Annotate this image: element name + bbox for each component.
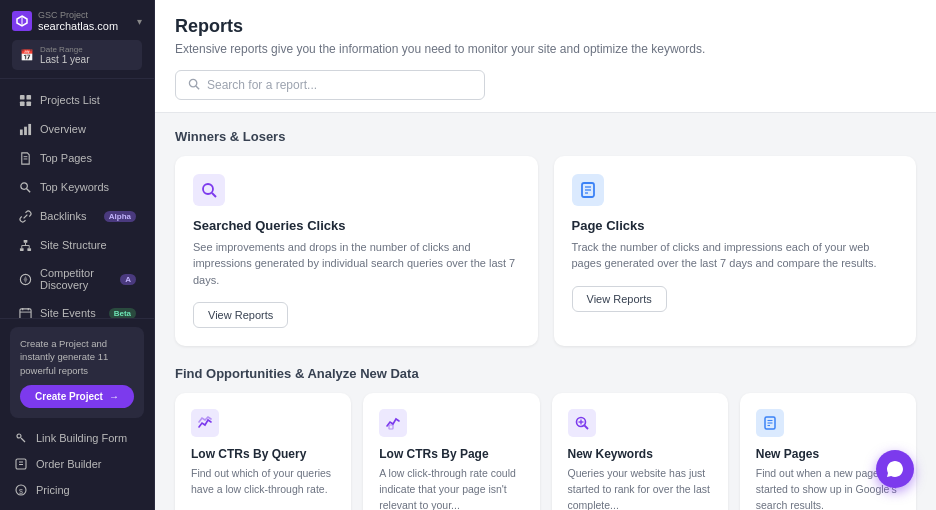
svg-rect-13 [23, 239, 27, 242]
sidebar-item-label: Backlinks [40, 210, 96, 222]
svg-text:$: $ [19, 488, 23, 495]
sidebar-item-overview[interactable]: Overview [6, 115, 148, 143]
svg-rect-14 [19, 248, 23, 251]
opportunities-cards: Low CTRs By Query Find out which of your… [175, 393, 916, 510]
grid-icon [18, 93, 32, 107]
card-page-clicks: Page Clicks Track the number of clicks a… [554, 156, 917, 347]
card-title: Page Clicks [572, 218, 899, 233]
svg-point-33 [17, 434, 21, 438]
create-project-box: Create a Project and instantly generate … [10, 327, 144, 418]
svg-rect-48 [389, 425, 393, 429]
svg-line-41 [196, 86, 199, 89]
alpha-badge: Alpha [104, 211, 136, 222]
calendar-icon: 📅 [20, 49, 34, 62]
bottom-nav-label: Pricing [36, 484, 70, 496]
chat-bubble-button[interactable] [876, 450, 914, 488]
sidebar-item-label: Site Structure [40, 239, 136, 251]
date-range-label: Date Range [40, 45, 89, 54]
bottom-nav-label: Link Building Form [36, 432, 127, 444]
svg-marker-21 [23, 275, 27, 282]
sidebar-nav: Projects List Overview Top Pages Top Key… [0, 79, 154, 318]
project-label: GSC Project [38, 10, 131, 20]
arrow-right-icon: → [109, 391, 119, 402]
winners-losers-cards: Searched Queries Clicks See improvements… [175, 156, 916, 347]
svg-rect-8 [28, 123, 31, 134]
low-ctrs-query-icon [191, 409, 219, 437]
card-desc: Track the number of clicks and impressio… [572, 239, 899, 272]
new-pages-icon [756, 409, 784, 437]
nav-item-pricing[interactable]: $ Pricing [10, 478, 144, 502]
project-info: GSC Project searchatlas.com [38, 10, 131, 32]
nav-item-order-builder[interactable]: Order Builder [10, 452, 144, 476]
chat-icon [885, 459, 905, 479]
link-icon [18, 209, 32, 223]
beta-badge: Beta [109, 308, 136, 319]
link2-icon [14, 431, 28, 445]
bottom-nav: Link Building Form Order Builder $ Prici… [10, 426, 144, 502]
alpha-badge-2: A [120, 274, 136, 285]
sidebar-item-top-keywords[interactable]: Top Keywords [6, 173, 148, 201]
page-title: Reports [175, 16, 916, 37]
view-reports-button-page-clicks[interactable]: View Reports [572, 286, 667, 312]
box-icon [14, 457, 28, 471]
sidebar-bottom: Create a Project and instantly generate … [0, 318, 154, 510]
sidebar-item-label: Top Keywords [40, 181, 136, 193]
card-new-keywords: New Keywords Queries your website has ju… [552, 393, 728, 510]
svg-point-40 [189, 80, 196, 87]
sidebar-item-site-events[interactable]: Site Events Beta [6, 299, 148, 318]
svg-point-42 [203, 184, 213, 194]
sidebar-item-site-structure[interactable]: Site Structure [6, 231, 148, 259]
low-ctrs-page-icon [379, 409, 407, 437]
compass-icon [18, 272, 32, 286]
report-search-input[interactable]: Search for a report... [175, 70, 485, 100]
create-project-label: Create Project [35, 391, 103, 402]
nav-item-link-building[interactable]: Link Building Form [10, 426, 144, 450]
card-title: New Keywords [568, 447, 712, 461]
project-icon [12, 11, 32, 31]
svg-line-12 [26, 188, 30, 192]
view-reports-button-searched[interactable]: View Reports [193, 302, 288, 328]
create-project-text: Create a Project and instantly generate … [20, 337, 134, 377]
sidebar-item-label: Overview [40, 123, 136, 135]
sidebar-item-top-pages[interactable]: Top Pages [6, 144, 148, 172]
project-name: searchatlas.com [38, 20, 131, 32]
structure-icon [18, 238, 32, 252]
dollar-icon: $ [14, 483, 28, 497]
sidebar: GSC Project searchatlas.com ▾ 📅 Date Ran… [0, 0, 155, 510]
main-content-area: Reports Extensive reports give you the i… [155, 0, 936, 510]
find-opportunities-section: Find Opportunities & Analyze New Data Lo… [175, 366, 916, 510]
sidebar-item-label: Projects List [40, 94, 136, 106]
search-icon [188, 78, 201, 91]
svg-rect-3 [26, 94, 31, 99]
card-desc: Queries your website has just started to… [568, 466, 712, 510]
card-low-ctrs-query: Low CTRs By Query Find out which of your… [175, 393, 351, 510]
bottom-nav-label: Order Builder [36, 458, 101, 470]
searched-queries-icon [193, 174, 225, 206]
svg-line-50 [584, 426, 588, 430]
sidebar-item-label: Top Pages [40, 152, 136, 164]
svg-rect-22 [19, 308, 30, 318]
svg-rect-4 [19, 101, 24, 106]
sidebar-item-backlinks[interactable]: Backlinks Alpha [6, 202, 148, 230]
sidebar-item-competitor-discovery[interactable]: Competitor Discovery A [6, 260, 148, 298]
page-clicks-icon [572, 174, 604, 206]
page-subtitle: Extensive reports give you the informati… [175, 41, 916, 58]
section-title-winners: Winners & Losers [175, 129, 916, 144]
svg-point-11 [20, 182, 27, 189]
sidebar-item-label: Competitor Discovery [40, 267, 112, 291]
main-content: Winners & Losers Searched Queries Clicks… [155, 113, 936, 510]
project-header[interactable]: GSC Project searchatlas.com ▾ [12, 10, 142, 32]
svg-rect-6 [19, 129, 22, 135]
svg-rect-15 [27, 248, 31, 251]
date-range-info: Date Range Last 1 year [40, 45, 89, 65]
card-desc: See improvements and drops in the number… [193, 239, 520, 289]
sidebar-item-label: Site Events [40, 307, 101, 318]
svg-line-34 [21, 438, 25, 442]
sidebar-item-projects-list[interactable]: Projects List [6, 86, 148, 114]
chevron-down-icon: ▾ [137, 16, 142, 27]
svg-line-43 [212, 193, 216, 197]
key-icon [18, 180, 32, 194]
create-project-button[interactable]: Create Project → [20, 385, 134, 408]
card-low-ctrs-page: Low CTRs By Page A low click-through rat… [363, 393, 539, 510]
date-range-selector[interactable]: 📅 Date Range Last 1 year [12, 40, 142, 70]
